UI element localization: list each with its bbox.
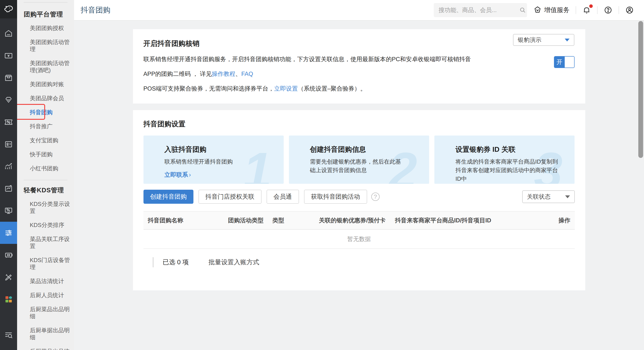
value-added-services-button[interactable]: 增值服务 bbox=[533, 6, 570, 15]
selected-count: 已选 0 项 bbox=[163, 258, 189, 267]
sidebar-menu: 团购平台管理 美团团购授权 美团团购活动管理 美团团购活动管理(酒吧) 美团团购… bbox=[17, 0, 74, 350]
page-title: 抖音团购 bbox=[80, 5, 110, 15]
contact-now-link[interactable]: 立即联系› bbox=[164, 171, 191, 179]
settings-title: 抖音团购设置 bbox=[144, 119, 575, 129]
notification-dot bbox=[589, 5, 593, 8]
sidebar-item-meituan-brand-member[interactable]: 美团品牌会员 bbox=[17, 91, 74, 105]
sidebar-item-kds-device[interactable]: KDS门店设备管理 bbox=[17, 253, 74, 274]
sidebar-item-kitchen-staff-stats[interactable]: 后厨人员统计 bbox=[17, 288, 74, 302]
help-button[interactable] bbox=[604, 6, 612, 15]
sidebar-item-kuaishou-groupbuy[interactable]: 快手团购 bbox=[17, 147, 74, 161]
coupon-percent-icon[interactable] bbox=[0, 111, 17, 133]
fetch-activities-button[interactable]: 获取抖音团购活动 bbox=[304, 190, 367, 204]
tools-icon[interactable] bbox=[0, 266, 17, 288]
sidebar-item-kitchen-dish-stats[interactable]: 后厨菜品出品统计 bbox=[17, 344, 74, 350]
column-type: 类型 bbox=[272, 217, 319, 224]
step-card-create-info: 2 创建抖音团购信息 需要先创建银豹优惠券，然后在此基础上设置抖音团购信息 bbox=[289, 135, 429, 184]
contact-now-label: 立即联系 bbox=[164, 171, 188, 178]
report-folder-icon[interactable] bbox=[0, 178, 17, 200]
brand-logo[interactable] bbox=[0, 0, 17, 19]
sidebar-item-alipay-groupbuy[interactable]: 支付宝团购 bbox=[17, 133, 74, 147]
store-select-dropdown[interactable]: 银豹演示 bbox=[513, 34, 574, 46]
member-link-button[interactable]: 会员通 bbox=[266, 190, 299, 204]
batch-set-entry-mode-button[interactable]: 批量设置入账方式 bbox=[208, 258, 259, 267]
sidebar-item-meituan-auth[interactable]: 美团团购授权 bbox=[17, 21, 74, 35]
activation-line-3-suffix: （系统设置–聚合验券）。 bbox=[298, 85, 366, 92]
chevron-right-icon: › bbox=[189, 171, 191, 178]
settings-sliders-icon[interactable] bbox=[0, 222, 17, 244]
sidebar-item-kds-sort[interactable]: KDS分类排序 bbox=[17, 218, 74, 232]
sidebar-item-douyin-promo[interactable]: 抖音推广 bbox=[17, 119, 74, 133]
douyin-settings-card: 抖音团购设置 1 入驻抖音团购 联系销售经理开通抖音团购 立即联系› 2 创建抖… bbox=[133, 110, 585, 290]
analytics-chart-icon[interactable] bbox=[0, 155, 17, 178]
create-douyin-groupbuy-button[interactable]: 创建抖音团购 bbox=[144, 190, 194, 204]
app-market-grid-icon[interactable] bbox=[0, 288, 17, 310]
help-circle-icon[interactable]: ? bbox=[371, 193, 380, 201]
step-desc: 将生成的抖音来客商家平台商品ID复制到抖音来客创建对应团购活动中的商家平台ID中 bbox=[456, 157, 558, 183]
toggle-on-label: 开 bbox=[554, 57, 565, 68]
topbar-separator bbox=[597, 6, 598, 14]
sidebar-item-meituan-reconcile[interactable]: 美团团购对账 bbox=[17, 77, 74, 91]
column-name: 抖音团购名称 bbox=[148, 217, 228, 224]
chevron-down-icon bbox=[565, 39, 570, 42]
avatar-icon bbox=[625, 6, 634, 15]
sidebar-item-meituan-activity[interactable]: 美团团购活动管理 bbox=[17, 35, 74, 56]
sidebar-item-label: 抖音团购 bbox=[30, 109, 52, 116]
sidebar-item-kds-display[interactable]: KDS分类显示设置 bbox=[17, 197, 74, 218]
setup-steps: 1 入驻抖音团购 联系销售经理开通抖音团购 立即联系› 2 创建抖音团购信息 需… bbox=[144, 135, 575, 184]
home-icon[interactable] bbox=[0, 22, 17, 45]
activation-line-1: 联系销售经理开通抖音团购服务，开启抖音团购核销功能，下方设置关联信息，使用最新版… bbox=[144, 55, 507, 63]
query-log-icon[interactable] bbox=[0, 327, 17, 342]
groupbuy-table: 抖音团购名称 团购活动类型 类型 关联的银豹优惠券/预付卡 抖音来客商家平台商品… bbox=[144, 211, 575, 249]
search-input[interactable] bbox=[438, 7, 516, 14]
cash-drawer-icon[interactable] bbox=[0, 244, 17, 266]
store-select-value: 银豹演示 bbox=[518, 36, 542, 44]
sidebar-item-xiaohongshu-groupbuy[interactable]: 小红书团购 bbox=[17, 161, 74, 176]
chevron-down-icon bbox=[565, 195, 570, 198]
search-icon[interactable] bbox=[519, 7, 526, 14]
pospal-leopard-icon bbox=[3, 4, 14, 15]
link-status-value: 关联状态 bbox=[527, 193, 551, 201]
sidebar-section-groupbuy: 团购平台管理 bbox=[17, 5, 74, 21]
sidebar-item-dish-soldout-stats[interactable]: 菜品沽清统计 bbox=[17, 274, 74, 288]
activation-title: 开启抖音团购核销 bbox=[144, 39, 575, 49]
sidebar-item-dish-process[interactable]: 菜品关联工序设置 bbox=[17, 232, 74, 253]
step-desc: 联系销售经理开通抖音团购 bbox=[164, 157, 259, 166]
verification-toggle[interactable]: 开 bbox=[554, 56, 574, 68]
main-area: 抖音团购 增值服务 bbox=[74, 0, 644, 350]
account-button[interactable] bbox=[625, 6, 634, 15]
link-status-dropdown[interactable]: 关联状态 bbox=[522, 190, 575, 203]
tutorial-link[interactable]: 操作教程 bbox=[212, 71, 236, 77]
table-footer: 已选 0 项 批量设置入账方式 bbox=[144, 257, 575, 267]
step-card-id-link: 3 设置银豹券 ID 关联 将生成的抖音来客商家平台商品ID复制到抖音来客创建对… bbox=[434, 135, 574, 184]
product-box-icon[interactable] bbox=[0, 67, 17, 89]
table-header: 抖音团购名称 团购活动类型 类型 关联的银豹优惠券/预付卡 抖音来客商家平台商品… bbox=[144, 211, 575, 230]
staff-card-icon[interactable] bbox=[0, 133, 17, 155]
membership-diamond-icon[interactable] bbox=[0, 89, 17, 111]
column-linked-coupon: 关联的银豹优惠券/预付卡 bbox=[319, 217, 395, 224]
table-empty-state: 暂无数据 bbox=[144, 230, 575, 249]
sidebar-item-kitchen-dish-detail[interactable]: 后厨菜品出品明细 bbox=[17, 302, 74, 323]
link-separator: 、 bbox=[236, 71, 242, 77]
setup-now-link[interactable]: 立即设置 bbox=[274, 85, 298, 92]
column-activity-type: 团购活动类型 bbox=[228, 217, 272, 224]
screen-marketing-icon[interactable] bbox=[0, 200, 17, 222]
step-title: 创建抖音团购信息 bbox=[310, 145, 429, 154]
sidebar-item-meituan-activity-bar[interactable]: 美团团购活动管理(酒吧) bbox=[17, 56, 72, 77]
activation-line-2: APP的团购二维码 ， 详见操作教程、FAQ bbox=[144, 70, 507, 78]
step-desc: 需要先创建银豹优惠券，然后在此基础上设置抖音团购信息 bbox=[310, 157, 404, 174]
activation-line-3: POS端可支持聚合验券，无需询问和选择券平台，立即设置（系统设置–聚合验券）。 bbox=[144, 85, 507, 93]
global-search bbox=[434, 3, 527, 17]
column-actions: 操作 bbox=[551, 217, 570, 224]
activation-line-2-text: APP的团购二维码 ， 详见 bbox=[144, 71, 212, 77]
sidebar-item-kitchen-order-detail[interactable]: 后厨单据出品明细 bbox=[17, 323, 74, 344]
banknote-icon[interactable] bbox=[0, 45, 17, 67]
question-circle-icon bbox=[604, 6, 612, 15]
step-title: 设置银豹券 ID 关联 bbox=[456, 145, 574, 154]
notifications-button[interactable] bbox=[582, 6, 591, 15]
faq-link[interactable]: FAQ bbox=[242, 71, 253, 77]
store-auth-link-button[interactable]: 抖音门店授权关联 bbox=[198, 190, 262, 204]
page-scrollbar-thumb[interactable] bbox=[638, 21, 643, 158]
sidebar-item-douyin-groupbuy[interactable]: 抖音团购 bbox=[17, 105, 74, 119]
topbar-separator bbox=[576, 6, 576, 14]
